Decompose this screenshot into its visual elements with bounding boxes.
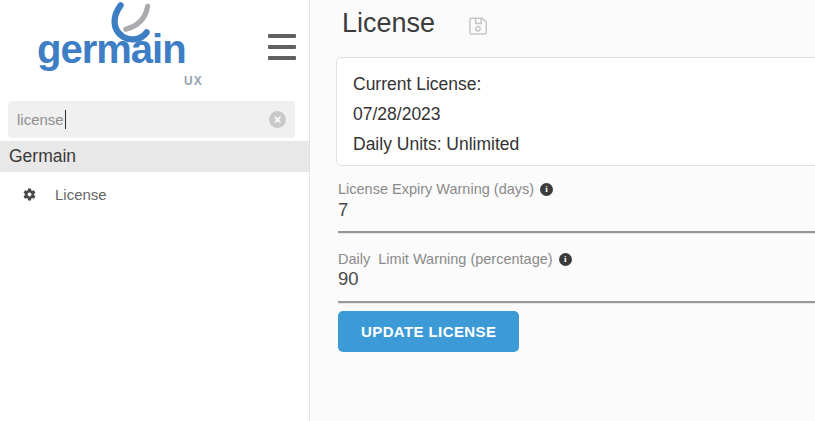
field-label: Daily Limit Warning (percentage) <box>338 251 553 267</box>
search-value: license <box>17 111 64 128</box>
sidebar-item-label: License <box>55 186 107 203</box>
main-content: License Current License: 07/28/2023 Dail… <box>311 0 815 421</box>
current-license-box: Current License: 07/28/2023 Daily Units:… <box>336 57 815 166</box>
daily-limit-label-row: Daily Limit Warning (percentage) i <box>338 251 572 267</box>
search-input[interactable]: license × <box>8 101 295 138</box>
menu-bar <box>268 45 296 49</box>
menu-icon[interactable] <box>268 34 296 60</box>
sidebar: germain UX license × Germain License <box>0 0 310 421</box>
info-icon[interactable]: i <box>540 183 553 196</box>
input-underline <box>338 231 815 233</box>
input-underline <box>338 301 815 303</box>
gear-icon <box>22 187 37 202</box>
expiry-warning-input[interactable]: 7 <box>338 199 348 221</box>
info-icon[interactable]: i <box>559 253 572 266</box>
update-license-button[interactable]: UPDATE LICENSE <box>338 311 519 352</box>
app-root: germain UX license × Germain License Lic… <box>0 0 815 421</box>
clear-search-icon[interactable]: × <box>269 111 286 128</box>
daily-limit-input[interactable]: 90 <box>338 268 359 290</box>
brand-subtext: UX <box>184 74 203 88</box>
menu-bar <box>268 56 296 60</box>
text-caret <box>65 110 67 129</box>
sidebar-item-license[interactable]: License <box>0 177 309 211</box>
page-title: License <box>342 8 435 39</box>
daily-units-text: Daily Units: Unlimited <box>353 129 810 159</box>
current-license-label: Current License: <box>353 69 810 99</box>
expiry-warning-label-row: License Expiry Warning (days) i <box>338 181 553 197</box>
current-license-date: 07/28/2023 <box>353 99 810 129</box>
menu-bar <box>268 34 296 38</box>
field-label: License Expiry Warning (days) <box>338 181 534 197</box>
sidebar-section-header: Germain <box>0 141 309 172</box>
save-icon[interactable] <box>467 15 489 37</box>
brand-text: germain <box>37 27 186 72</box>
